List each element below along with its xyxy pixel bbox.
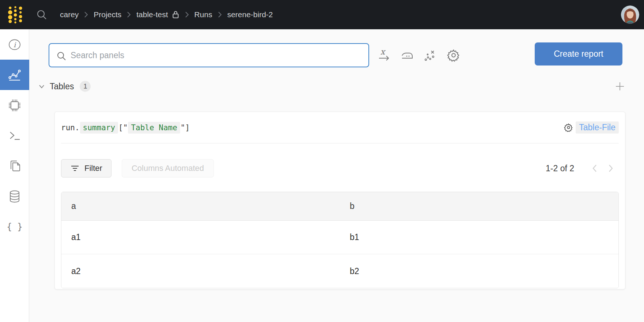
gear-icon: [564, 123, 573, 132]
chevron-down-icon: [37, 82, 46, 91]
create-report-button[interactable]: Create report: [535, 42, 622, 65]
database-icon: [7, 189, 22, 204]
next-page-button[interactable]: [603, 164, 619, 173]
table-row[interactable]: a1 b1: [61, 221, 618, 254]
chevron-left-icon: [591, 164, 598, 173]
table-cell: b2: [340, 266, 618, 276]
chip-icon: [7, 98, 22, 113]
table-header-row: a b: [61, 192, 618, 221]
terminal-icon: [7, 128, 22, 143]
columns-button-label: Columns Automated: [132, 164, 204, 173]
breadcrumb-entity[interactable]: carey: [60, 10, 79, 19]
outliers-icon: [423, 48, 437, 62]
lock-icon: [172, 10, 179, 19]
table-cell: a1: [61, 232, 340, 242]
code-close-bracket: "]: [181, 123, 190, 132]
column-header-b[interactable]: b: [340, 201, 618, 211]
table-toolbar: Filter Columns Automated 1-2 of 2: [61, 159, 619, 177]
sidebar-item-json[interactable]: { }: [0, 211, 29, 242]
search-icon: [36, 9, 48, 20]
breadcrumb-label: table-test: [136, 10, 168, 19]
breadcrumb-separator-icon: [127, 11, 131, 18]
run-sidebar: i: [0, 29, 29, 322]
results-table: a b a1 b1 a2 b2: [61, 192, 619, 288]
breadcrumb: carey Projects table-test Runs serene-bi…: [60, 10, 273, 19]
line-chart-icon: [7, 68, 22, 82]
global-search-button[interactable]: [34, 7, 50, 23]
workspace-main: x Create report: [29, 29, 644, 322]
wandb-dots-logo-icon: [7, 5, 24, 24]
collapse-section-button[interactable]: [37, 82, 46, 91]
column-header-a[interactable]: a: [61, 201, 340, 211]
x-axis-icon: x: [378, 48, 391, 63]
chevron-right-icon: [607, 164, 614, 173]
previous-page-button[interactable]: [587, 164, 603, 173]
files-icon: [7, 159, 22, 173]
panel-type-link[interactable]: Table-File: [576, 121, 619, 134]
table-cell: a2: [61, 266, 340, 276]
wandb-logo[interactable]: [0, 0, 31, 29]
settings-gear-icon: [447, 49, 460, 62]
user-avatar[interactable]: [621, 5, 639, 24]
code-prefix: run.: [61, 123, 80, 132]
tables-section-header: Tables 1: [37, 80, 625, 93]
panel-settings-button[interactable]: [564, 123, 573, 132]
x-axis-settings-button[interactable]: x: [376, 43, 393, 67]
svg-text:x: x: [380, 48, 386, 56]
sidebar-item-workspace[interactable]: [0, 60, 29, 90]
avatar-photo: [621, 5, 639, 24]
breadcrumb-label: carey: [60, 10, 79, 19]
code-open-bracket: [": [118, 123, 128, 132]
code-summary-token: summary: [80, 122, 118, 134]
code-table-key-token: Table Name: [128, 122, 180, 134]
search-panels-input[interactable]: [71, 45, 363, 66]
pagination: 1-2 of 2: [546, 164, 619, 173]
outliers-button[interactable]: [422, 43, 438, 67]
section-count-badge: 1: [80, 81, 91, 92]
filter-button[interactable]: Filter: [61, 159, 111, 177]
table-cell: b1: [340, 232, 618, 242]
sidebar-item-logs[interactable]: [0, 120, 29, 151]
search-panels-box: [49, 43, 369, 67]
breadcrumb-separator-icon: [84, 11, 88, 18]
workspace-settings-button[interactable]: [446, 43, 462, 67]
top-navigation-bar: carey Projects table-test Runs serene-bi…: [0, 0, 644, 29]
breadcrumb-projects[interactable]: Projects: [94, 10, 121, 19]
smoothing-button[interactable]: [399, 43, 415, 67]
svg-text:i: i: [14, 41, 16, 49]
braces-icon: { }: [7, 220, 22, 234]
plus-icon: [614, 81, 625, 92]
sidebar-item-artifacts[interactable]: [0, 181, 29, 211]
columns-automated-button[interactable]: Columns Automated: [122, 159, 214, 177]
filter-button-label: Filter: [84, 164, 102, 173]
page-range-label: 1-2 of 2: [546, 164, 574, 173]
filter-icon: [70, 164, 80, 172]
breadcrumb-separator-icon: [185, 11, 189, 18]
table-panel-card: run. summary [" Table Name "] Table-File: [54, 112, 625, 289]
smoothing-iron-icon: [400, 48, 414, 62]
panel-key-row: run. summary [" Table Name "] Table-File: [61, 112, 619, 143]
info-icon: i: [7, 37, 22, 52]
search-icon: [56, 51, 67, 61]
sidebar-item-files[interactable]: [0, 151, 29, 181]
breadcrumb-label: Projects: [94, 10, 121, 19]
sidebar-item-system[interactable]: [0, 90, 29, 120]
breadcrumb-run-name[interactable]: serene-bird-2: [227, 10, 273, 19]
breadcrumb-project[interactable]: table-test: [136, 10, 179, 19]
add-panel-button[interactable]: [614, 81, 625, 92]
svg-text:{ }: { }: [7, 222, 22, 232]
table-row[interactable]: a2 b2: [61, 254, 618, 288]
sidebar-item-overview[interactable]: i: [0, 29, 29, 60]
breadcrumb-runs[interactable]: Runs: [194, 10, 212, 19]
breadcrumb-label: Runs: [194, 10, 212, 19]
section-title: Tables: [50, 82, 74, 91]
breadcrumb-separator-icon: [218, 11, 222, 18]
breadcrumb-label: serene-bird-2: [227, 10, 273, 19]
